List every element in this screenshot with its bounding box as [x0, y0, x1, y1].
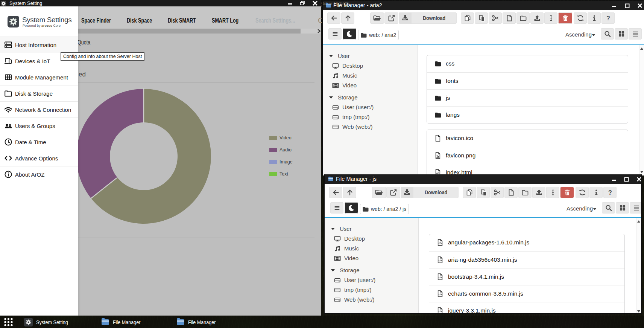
svg-text:?: ? [608, 189, 612, 196]
svg-text:?: ? [606, 15, 610, 21]
